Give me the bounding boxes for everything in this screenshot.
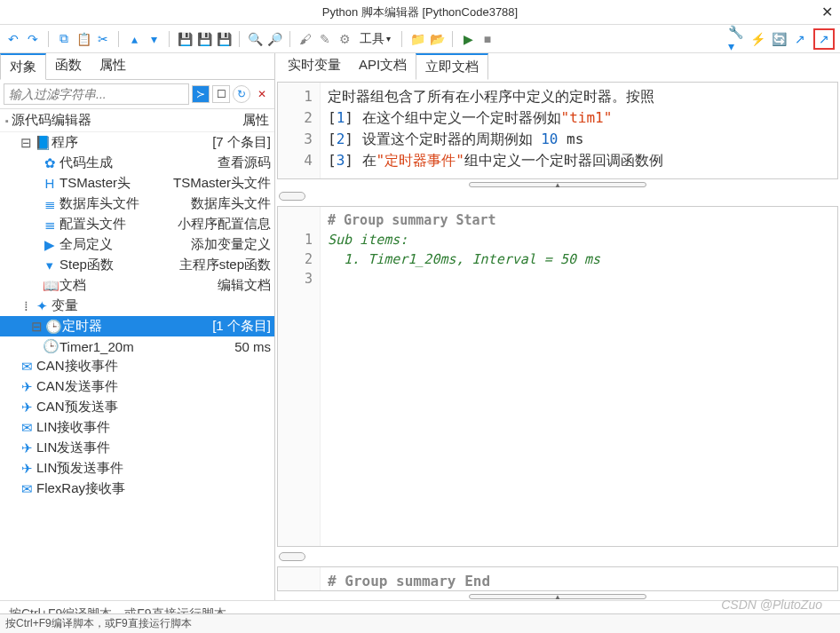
doc-editor[interactable]: 1234 定时器组包含了所有在小程序中定义的定时器。按照[1] 在这个组中定义一… (277, 82, 838, 179)
tree-value: 数据库头文件 (164, 195, 271, 212)
refresh-icon[interactable]: 🔄 (771, 31, 787, 47)
expand-icon[interactable]: ⊟ (30, 319, 43, 335)
tab-对象[interactable]: 对象 (0, 53, 46, 80)
tree-row-CAN发送事件[interactable]: ✈CAN发送事件 (0, 376, 274, 397)
tree-icon: 🕒 (43, 338, 57, 354)
code-line[interactable]: Sub items: (328, 230, 830, 249)
code-line[interactable]: [1] 在这个组中定义一个定时器例如"tim1" (328, 107, 830, 129)
tree-row-LIN接收事件[interactable]: ✉LIN接收事件 (0, 417, 274, 438)
tree-value: 50 ms (164, 339, 271, 354)
filter-refresh-icon[interactable]: ↻ (233, 85, 250, 103)
gutter: 1234 (278, 83, 321, 178)
gutter (278, 567, 321, 590)
line-number: 3 (278, 129, 313, 150)
tree-icon: ✈ (20, 400, 34, 415)
tree-icon: ✦ (35, 298, 49, 314)
tree-row-FlexRay接收事[interactable]: ✉FlexRay接收事 (0, 479, 274, 499)
tree-row-Timer1_20m[interactable]: 🕒Timer1_20m50 ms (0, 336, 274, 356)
tab-立即文档[interactable]: 立即文档 (416, 53, 488, 80)
code-line[interactable]: 定时器组包含了所有在小程序中定义的定时器。按照 (328, 86, 830, 107)
tab-属性[interactable]: 属性 (91, 53, 135, 79)
export1-icon[interactable]: ↗ (792, 31, 808, 47)
tree-label: 代码生成 (59, 154, 113, 171)
tree-row-LIN预发送事件[interactable]: ✈LIN预发送事件 (0, 458, 274, 479)
tree-label: TSMaster头 (59, 175, 131, 192)
close-icon[interactable]: ✕ (821, 4, 833, 20)
tree-row-变量[interactable]: ⁞✦变量 (0, 296, 274, 316)
tab-API文档[interactable]: API文档 (350, 53, 416, 80)
run-icon[interactable]: ▶ (460, 31, 476, 47)
undo-icon[interactable]: ↶ (5, 31, 21, 47)
edit-icon[interactable]: ✎ (317, 31, 333, 47)
expand-icon[interactable]: ⊟ (20, 135, 32, 151)
line-number: 2 (278, 249, 313, 269)
save-icon[interactable]: 💾 (177, 31, 193, 47)
tree-icon: ≣ (43, 196, 57, 212)
title-bar: Python 脚本编辑器 [PythonCode3788] ✕ (0, 0, 840, 25)
cut-icon[interactable]: ✂ (95, 31, 111, 47)
filter-input[interactable] (4, 83, 189, 105)
tree-row-全局定义[interactable]: ▶全局定义添加变量定义 (0, 234, 274, 255)
down-icon[interactable]: ▾ (146, 31, 162, 47)
export2-icon[interactable]: ↗ (816, 31, 832, 47)
collapse-pill-2[interactable] (279, 552, 305, 561)
paste-icon[interactable]: 📋 (75, 31, 91, 47)
redo-icon[interactable]: ↷ (25, 31, 41, 47)
up-icon[interactable]: ▴ (126, 31, 142, 47)
filter-close-icon[interactable]: ✕ (253, 85, 271, 103)
copy-icon[interactable]: ⧉ (56, 31, 72, 47)
tree-label: 程序 (52, 134, 78, 151)
search-icon[interactable]: 🔍 (247, 31, 263, 47)
tree-label: CAN发送事件 (36, 378, 118, 395)
left-tabs: 对象函数属性 (0, 53, 274, 80)
tree-row-数据库头文件[interactable]: ≣数据库头文件数据库头文件 (0, 194, 274, 214)
tab-函数[interactable]: 函数 (46, 53, 91, 79)
tools-dropdown[interactable]: 工具▾ (356, 29, 394, 49)
code-line[interactable]: 1. Timer1_20ms, Interval = 50 ms (328, 249, 830, 269)
tree-row-程序[interactable]: ⊟📘程序[7 个条目] (0, 132, 274, 153)
status-bar: 按Ctrl+F9编译脚本，或F9直接运行脚本 (0, 613, 840, 633)
saveall-icon[interactable]: 💾 (196, 31, 212, 47)
tree-row-定时器[interactable]: ⊟🕒定时器[1 个条目] (0, 316, 274, 336)
tree-row-CAN预发送事[interactable]: ✈CAN预发送事 (0, 397, 274, 417)
code-line[interactable]: [3] 在"定时器事件"组中定义一个定时器回调函数例 (328, 150, 830, 171)
brush-icon[interactable]: 🖌 (297, 31, 313, 47)
tree-row-文档[interactable]: 📖文档编辑文档 (0, 275, 274, 296)
bolt-icon[interactable]: ⚡ (749, 31, 765, 47)
folder-icon[interactable]: 📁 (409, 31, 425, 47)
tree-value: 编辑文档 (164, 277, 271, 294)
open-icon[interactable]: 📂 (429, 31, 445, 47)
tree-row-CAN接收事件[interactable]: ✉CAN接收事件 (0, 356, 274, 376)
replace-icon[interactable]: 🔎 (266, 31, 282, 47)
filter-clear-icon[interactable]: ☐ (212, 85, 230, 103)
code-area[interactable]: 定时器组包含了所有在小程序中定义的定时器。按照[1] 在这个组中定义一个定时器例… (321, 83, 837, 178)
tree-row-LIN发送事件[interactable]: ✈LIN发送事件 (0, 438, 274, 458)
line-number: 3 (278, 269, 313, 289)
separator (169, 31, 170, 47)
tree-row-代码生成[interactable]: ✿代码生成查看源码 (0, 153, 274, 173)
saveas-icon[interactable]: 💾 (216, 31, 232, 47)
tree-row-配置头文件[interactable]: ≣配置头文件小程序配置信息 (0, 214, 274, 234)
tree-value: 主程序step函数 (164, 257, 271, 273)
split-bar-1[interactable]: ▲ (275, 181, 840, 188)
tree-value: [7 个条目] (164, 134, 271, 151)
code-line[interactable]: [2] 设置这个定时器的周期例如 10 ms (328, 129, 830, 150)
expand-icon[interactable]: ⁞ (20, 298, 32, 314)
gear-icon[interactable]: ⚙ (337, 31, 353, 47)
tree-header: ▪ 源代码编辑器 属性 (0, 109, 274, 132)
summary-editor[interactable]: 123# Group summary StartSub items: 1. Ti… (277, 206, 838, 547)
filter-ps-icon[interactable]: ≻ (192, 85, 210, 103)
tree[interactable]: ⊟📘程序[7 个条目]✿代码生成查看源码HTSMaster头TSMaster头文… (0, 132, 274, 600)
tree-icon: ✈ (20, 461, 34, 477)
tree-row-Step函数[interactable]: ▾Step函数主程序step函数 (0, 255, 274, 275)
tree-row-TSMaster头[interactable]: HTSMaster头TSMaster头文件 (0, 173, 274, 194)
code-area[interactable]: # Group summary StartSub items: 1. Timer… (321, 207, 837, 546)
tab-实时变量[interactable]: 实时变量 (279, 53, 350, 80)
tree-icon: ✉ (20, 359, 34, 375)
stop-icon[interactable]: ■ (479, 31, 495, 47)
main-area: 对象函数属性 ≻ ☐ ↻ ✕ ▪ 源代码编辑器 属性 ⊟📘程序[7 个条目]✿代… (0, 53, 840, 600)
code-line[interactable] (328, 269, 830, 289)
wrench-icon[interactable]: 🔧▾ (728, 31, 744, 47)
summary-end: # Group summary End (328, 571, 830, 592)
collapse-pill-1[interactable] (279, 192, 305, 201)
